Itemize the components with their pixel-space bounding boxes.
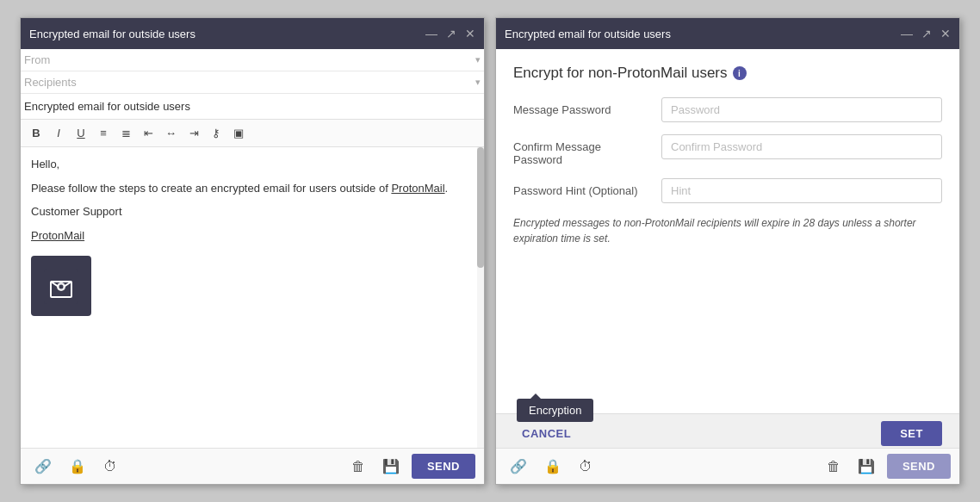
- ordered-list-button[interactable]: ≣: [115, 123, 136, 143]
- protonmail-link-2[interactable]: ProtonMail: [31, 229, 84, 242]
- message-password-label: Message Password: [513, 97, 651, 116]
- underline-button[interactable]: U: [71, 123, 91, 143]
- right-attachment-icon-button[interactable]: 🔗: [505, 455, 532, 478]
- confirm-password-row: Confirm Message Password: [513, 134, 942, 166]
- trash-icon-button[interactable]: 🗑: [346, 456, 370, 478]
- right-compose-window: Encrypted email for outside users — ↗ ✕ …: [495, 17, 960, 485]
- info-icon[interactable]: i: [733, 66, 747, 80]
- expiry-note: Encrypted messages to non-ProtonMail rec…: [513, 215, 942, 246]
- left-compose-footer: 🔗 🔒 ⏱ 🗑 💾 SEND: [21, 448, 484, 484]
- minimize-icon[interactable]: —: [425, 27, 437, 40]
- right-timer-icon-button[interactable]: ⏱: [574, 456, 598, 478]
- right-save-icon-button[interactable]: 💾: [853, 455, 880, 478]
- svg-point-3: [59, 284, 64, 288]
- left-window-title: Encrypted email for outside users: [29, 28, 195, 40]
- body-signature-name: Customer Support: [31, 203, 474, 220]
- hint-row: Password Hint (Optional): [513, 178, 942, 203]
- left-window-controls: — ↗ ✕: [425, 27, 475, 40]
- image-button[interactable]: ▣: [228, 123, 249, 143]
- protonmail-logo: [31, 256, 91, 316]
- align-right-button[interactable]: ⇥: [183, 123, 204, 143]
- message-password-row: Message Password: [513, 97, 942, 122]
- link-button[interactable]: ⚷: [206, 123, 226, 143]
- right-titlebar: Encrypted email for outside users — ↗ ✕: [496, 18, 959, 49]
- attachment-icon-button[interactable]: 🔗: [29, 455, 57, 478]
- editor-scrollbar[interactable]: [477, 147, 484, 448]
- align-left-button[interactable]: ⇤: [138, 123, 158, 143]
- right-window-title: Encrypted email for outside users: [505, 28, 671, 40]
- right-close-icon[interactable]: ✕: [940, 27, 951, 40]
- message-password-input[interactable]: [661, 97, 942, 122]
- expand-icon[interactable]: ↗: [446, 27, 456, 40]
- from-label: From: [24, 53, 475, 66]
- protonmail-link-1[interactable]: ProtonMail: [391, 182, 444, 195]
- timer-icon-button[interactable]: ⏱: [98, 456, 122, 478]
- left-compose-window: Encrypted email for outside users — ↗ ✕ …: [20, 17, 485, 485]
- recipients-label: Recipients: [24, 76, 475, 89]
- right-lock-icon-button[interactable]: 🔒: [539, 455, 567, 478]
- tooltip-text: Encryption: [529, 404, 581, 417]
- left-titlebar: Encrypted email for outside users — ↗ ✕: [21, 18, 484, 49]
- from-chevron-icon: ▾: [475, 54, 481, 65]
- editor-toolbar: B I U ≡ ≣ ⇤ ↔ ⇥ ⚷ ▣: [21, 120, 484, 147]
- right-send-button[interactable]: SEND: [887, 454, 951, 479]
- encrypt-title-text: Encrypt for non-ProtonMail users: [513, 65, 728, 82]
- save-icon-button[interactable]: 💾: [377, 455, 405, 478]
- confirm-password-input[interactable]: [661, 134, 942, 159]
- cancel-button[interactable]: CANCEL: [513, 422, 580, 445]
- close-icon[interactable]: ✕: [465, 27, 475, 40]
- right-minimize-icon[interactable]: —: [901, 27, 913, 40]
- scrollbar-thumb: [477, 147, 484, 268]
- bold-button[interactable]: B: [26, 123, 47, 143]
- hint-input[interactable]: [661, 178, 942, 203]
- body-greeting: Hello,: [31, 156, 474, 173]
- recipients-chevron-icon: ▾: [475, 77, 481, 88]
- confirm-password-label: Confirm Message Password: [513, 134, 651, 166]
- hint-label: Password Hint (Optional): [513, 178, 651, 197]
- align-center-button[interactable]: ↔: [160, 123, 182, 143]
- editor-body[interactable]: Hello, Please follow the steps to create…: [21, 147, 484, 448]
- right-expand-icon[interactable]: ↗: [921, 27, 932, 40]
- right-compose-footer: 🔗 🔒 ⏱ 🗑 💾 SEND: [496, 448, 959, 484]
- italic-button[interactable]: I: [48, 123, 69, 143]
- encryption-tooltip: Encryption: [517, 399, 593, 422]
- subject-line[interactable]: Encrypted email for outside users: [21, 94, 484, 120]
- from-field[interactable]: From ▾: [21, 49, 484, 71]
- recipients-field[interactable]: Recipients ▾: [21, 71, 484, 94]
- body-signature-link: ProtonMail: [31, 227, 474, 245]
- unordered-list-button[interactable]: ≡: [93, 123, 114, 143]
- send-button[interactable]: SEND: [412, 454, 475, 479]
- set-button[interactable]: SET: [881, 421, 942, 446]
- encrypt-dialog-title: Encrypt for non-ProtonMail users i: [513, 65, 942, 82]
- body-instructions: Please follow the steps to create an enc…: [31, 180, 474, 197]
- lock-icon-button[interactable]: 🔒: [64, 455, 91, 478]
- subject-text: Encrypted email for outside users: [24, 100, 190, 113]
- encryption-overlay: Encrypt for non-ProtonMail users i Messa…: [496, 49, 959, 453]
- right-trash-icon-button[interactable]: 🗑: [822, 456, 846, 478]
- right-window-controls: — ↗ ✕: [901, 27, 951, 40]
